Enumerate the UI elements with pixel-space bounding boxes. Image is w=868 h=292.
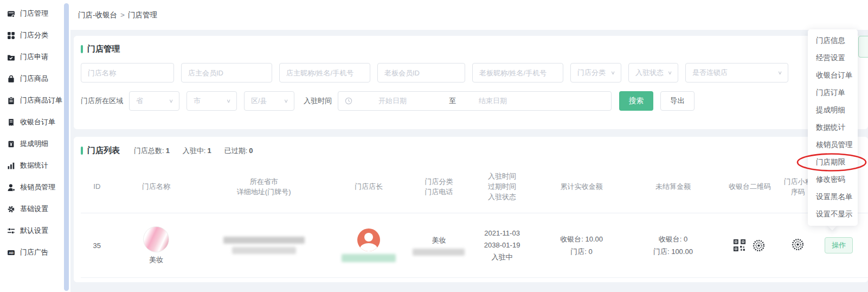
miniprogram-qr-icon[interactable] bbox=[752, 239, 766, 252]
header-id: ID bbox=[81, 181, 113, 192]
shopping-bag-icon bbox=[7, 75, 15, 83]
blurred-manager-name bbox=[342, 254, 396, 262]
sidebar-item-label: 门店申请 bbox=[20, 52, 48, 62]
menu-item-store-term[interactable]: 门店期限 bbox=[808, 154, 858, 171]
breadcrumb-separator: > bbox=[120, 11, 125, 19]
miniprogram-qr-icon[interactable] bbox=[791, 238, 805, 251]
stat-active-value: 1 bbox=[207, 147, 211, 155]
menu-item-store-orders[interactable]: 门店订单 bbox=[808, 84, 858, 101]
date-start-placeholder: 开始日期 bbox=[378, 96, 407, 106]
filter-row-2: 门店所在区域 省∨ 市∨ 区/县∨ 入驻时间 开始日期 至 结束日期 搜索 导出 bbox=[81, 91, 868, 111]
blurred-phone bbox=[413, 249, 465, 256]
filter-panel-title: 门店管理 bbox=[87, 44, 120, 54]
sidebar-item-store-goods[interactable]: 门店商品 bbox=[0, 68, 64, 90]
store-name-input[interactable] bbox=[81, 63, 174, 82]
sliders-icon bbox=[7, 227, 15, 235]
header-store-name: 门店名称 bbox=[113, 181, 200, 192]
title-accent-bar bbox=[81, 147, 83, 155]
stat-active-label: 入驻中: bbox=[183, 147, 206, 155]
chevron-down-icon: ∨ bbox=[169, 98, 173, 104]
chevron-down-icon: ∨ bbox=[777, 70, 782, 76]
sidebar-item-store-management[interactable]: 门店管理 bbox=[0, 3, 64, 24]
list-panel-title: 门店列表 bbox=[87, 145, 120, 156]
sidebar-item-default-settings[interactable]: 默认设置 bbox=[0, 220, 64, 242]
city-select[interactable]: 市∨ bbox=[187, 91, 237, 111]
chevron-down-icon: ∨ bbox=[610, 70, 615, 76]
owner-member-id-input[interactable] bbox=[181, 63, 272, 82]
menu-item-verifier-management[interactable]: 核销员管理 bbox=[808, 136, 858, 154]
chain-store-select[interactable]: 是否连锁店∨ bbox=[685, 63, 788, 82]
stat-expired-label: 已过期: bbox=[224, 147, 248, 155]
receipt-icon bbox=[7, 118, 15, 126]
sidebar-scrollbar[interactable] bbox=[64, 3, 69, 291]
join-time-label: 入驻时间 bbox=[304, 96, 332, 106]
add-store-button[interactable] bbox=[858, 36, 868, 58]
sidebar-item-commission-detail[interactable]: 提成明细 bbox=[0, 133, 64, 155]
province-select[interactable]: 省∨ bbox=[129, 91, 179, 111]
sidebar-item-label: 基础设置 bbox=[20, 204, 48, 214]
settle-status: 入驻中 bbox=[468, 251, 536, 263]
menu-item-set-blacklist[interactable]: 设置黑名单 bbox=[808, 188, 858, 206]
unsettled-cashier: 收银台: 0 bbox=[627, 233, 719, 245]
menu-item-business-settings[interactable]: 经营设置 bbox=[808, 49, 858, 67]
sidebar-item-store-category[interactable]: 门店分类 bbox=[0, 24, 64, 46]
breadcrumb-section: 门店-收银台 bbox=[78, 10, 117, 20]
store-list-panel: 门店列表 门店总数:1 入驻中:1 已过期:0 ID 门店名称 所在省市详细地址… bbox=[74, 137, 868, 282]
expire-time: 2038-01-19 bbox=[468, 239, 536, 251]
settle-status-select[interactable]: 入驻状态∨ bbox=[628, 63, 678, 82]
sidebar-item-store-application[interactable]: 门店申请 bbox=[0, 46, 64, 68]
blurred-address-line bbox=[232, 247, 296, 254]
header-unsettled-amount: 未结算金额 bbox=[627, 181, 719, 192]
header-address: 所在省市详细地址(门牌号) bbox=[199, 176, 328, 197]
cell-address bbox=[199, 237, 328, 254]
person-icon bbox=[7, 183, 15, 192]
sidebar-item-verifier-management[interactable]: 核销员管理 bbox=[0, 176, 64, 198]
qr-code-icon[interactable] bbox=[734, 239, 745, 251]
sidebar-item-basic-settings[interactable]: 基础设置 bbox=[0, 198, 64, 220]
menu-item-change-password[interactable]: 修改密码 bbox=[808, 171, 858, 188]
sidebar: 门店管理 门店分类 门店申请 门店商品 门店商品订单 收银台订单 提成明细 数据… bbox=[0, 0, 64, 292]
row-action-button[interactable]: 操作 bbox=[825, 237, 853, 253]
owner-info-input[interactable] bbox=[279, 63, 370, 82]
ad-badge-icon: AD bbox=[7, 249, 15, 257]
sidebar-item-label: 门店分类 bbox=[20, 30, 48, 40]
store-category-select[interactable]: 门店分类∨ bbox=[570, 63, 621, 82]
sidebar-item-label: 核销员管理 bbox=[20, 182, 55, 192]
export-button[interactable]: 导出 bbox=[660, 91, 695, 111]
row-action-menu: 门店信息 经营设置 收银台订单 门店订单 提成明细 数据统计 核销员管理 门店期… bbox=[808, 29, 858, 226]
cell-cashier-qr bbox=[719, 239, 781, 252]
header-received-amount: 累计实收金额 bbox=[536, 181, 627, 192]
filter-panel: 门店管理 门店分类∨ 入驻状态∨ 是否连锁店∨ 门店所在区域 省∨ bbox=[74, 36, 868, 129]
sidebar-item-label: 收银台订单 bbox=[20, 117, 55, 127]
blurred-address-line bbox=[223, 237, 305, 244]
cell-manager bbox=[329, 228, 409, 262]
chevron-down-icon: ∨ bbox=[226, 98, 231, 104]
sidebar-item-store-ads[interactable]: AD 门店广告 bbox=[0, 242, 64, 263]
menu-item-set-hidden[interactable]: 设置不显示 bbox=[808, 206, 858, 223]
menu-item-cashier-orders[interactable]: 收银台订单 bbox=[808, 67, 858, 84]
manager-avatar bbox=[357, 228, 380, 251]
unsettled-store: 门店: 100.00 bbox=[627, 245, 719, 258]
district-select[interactable]: 区/县∨ bbox=[244, 91, 294, 111]
store-management-icon bbox=[7, 10, 15, 18]
region-label: 门店所在区域 bbox=[81, 96, 123, 106]
cell-time: 2021-11-03 2038-01-19 入驻中 bbox=[468, 227, 536, 263]
menu-item-commission-detail[interactable]: 提成明细 bbox=[808, 101, 858, 119]
boss-member-id-input[interactable] bbox=[377, 63, 465, 82]
sidebar-item-cashier-orders[interactable]: 收银台订单 bbox=[0, 111, 64, 133]
header-time: 入驻时间过期时间入驻状态 bbox=[468, 171, 536, 202]
category-text: 美妆 bbox=[409, 236, 468, 245]
folder-check-icon bbox=[7, 53, 15, 61]
boss-info-input[interactable] bbox=[472, 63, 563, 82]
cell-id: 35 bbox=[81, 242, 113, 250]
store-name-text: 美妆 bbox=[149, 255, 163, 265]
menu-item-store-info[interactable]: 门店信息 bbox=[808, 32, 858, 49]
chevron-down-icon: ∨ bbox=[667, 70, 672, 76]
date-range-picker[interactable]: 开始日期 至 结束日期 bbox=[338, 91, 612, 111]
menu-item-data-statistics[interactable]: 数据统计 bbox=[808, 119, 858, 136]
sidebar-item-store-goods-orders[interactable]: 门店商品订单 bbox=[0, 90, 64, 111]
search-button[interactable]: 搜索 bbox=[619, 91, 653, 111]
cell-store-qr bbox=[781, 238, 815, 253]
sidebar-item-label: 提成明细 bbox=[20, 139, 48, 149]
sidebar-item-data-statistics[interactable]: 数据统计 bbox=[0, 155, 64, 176]
